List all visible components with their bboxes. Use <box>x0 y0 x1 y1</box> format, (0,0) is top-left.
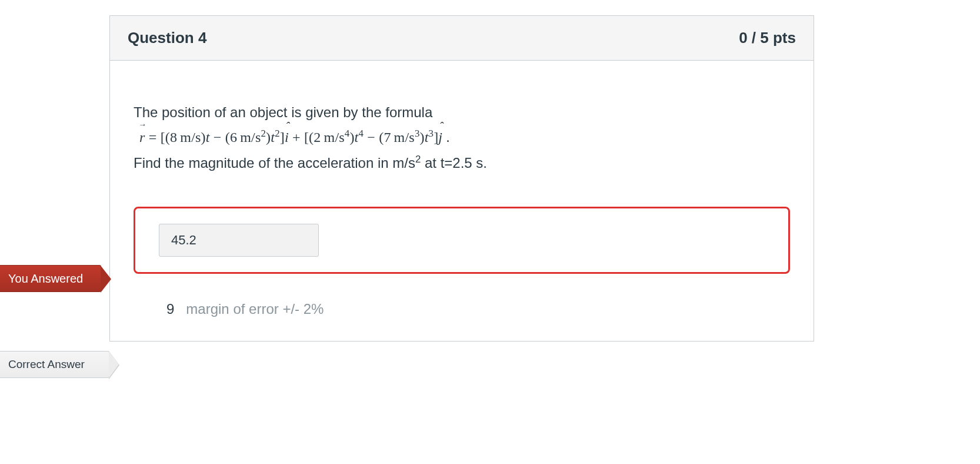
correct-answer-margin: margin of error +/- 2% <box>186 301 324 317</box>
user-answer-value: 45.2 <box>159 224 319 257</box>
correct-answer-row: 9 margin of error +/- 2% <box>166 301 790 317</box>
question-body: The position of an object is given by th… <box>110 61 814 341</box>
question-prompt-line1: The position of an object is given by th… <box>134 102 790 123</box>
question-points: 0 / 5 pts <box>739 29 796 47</box>
user-answer-box: 45.2 <box>134 207 790 274</box>
you-answered-flag: You Answered <box>0 265 101 292</box>
you-answered-label: You Answered <box>8 272 83 286</box>
question-title: Question 4 <box>128 29 206 47</box>
question-formula: r = [(8 m/s)t − (6 m/s2)t2]i + [(2 m/s4)… <box>139 128 790 145</box>
question-container: Question 4 0 / 5 pts The position of an … <box>109 15 814 342</box>
correct-answer-flag: Correct Answer <box>0 351 109 378</box>
answer-section: 45.2 9 margin of error +/- 2% <box>134 207 790 317</box>
question-prompt-line2: Find the magnitude of the acceleration i… <box>134 154 790 171</box>
correct-answer-value: 9 <box>166 301 174 317</box>
correct-answer-label: Correct Answer <box>8 358 85 371</box>
question-header: Question 4 0 / 5 pts <box>110 16 814 61</box>
